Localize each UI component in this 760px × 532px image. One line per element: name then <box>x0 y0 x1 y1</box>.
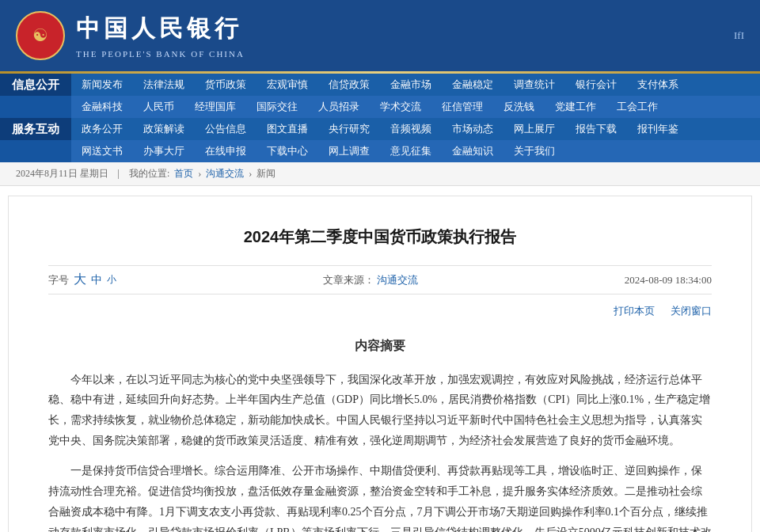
nav-items-row3: 政务公开 政策解读 公告信息 图文直播 央行研究 音频视频 市场动态 网上展厅 … <box>71 118 689 140</box>
nav-label-empty2 <box>0 140 71 162</box>
nav-item-aml[interactable]: 反洗钱 <box>493 96 545 118</box>
article-title: 2024年第二季度中国货币政策执行报告 <box>48 212 712 265</box>
nav-item-macro[interactable]: 宏观审慎 <box>256 74 318 96</box>
nav-item-treasury[interactable]: 经理国库 <box>184 96 246 118</box>
close-link[interactable]: 关闭窗口 <box>671 304 712 318</box>
logo-en-text: THE PEOPLE'S BANK OF CHINA <box>76 49 245 59</box>
nav-items-row4: 网送文书 办事大厅 在线申报 下载中心 网上调查 意见征集 金融知识 关于我们 <box>71 140 565 162</box>
breadcrumb-arrow2: › <box>249 168 252 180</box>
nav-row-2: 金融科技 人民币 经理国库 国际交往 人员招录 学术交流 征信管理 反洗钱 党建… <box>0 96 760 118</box>
nav-item-service-hall[interactable]: 办事大厅 <box>133 140 195 162</box>
nav-row-1: 信息公开 新闻发布 法律法规 货币政策 宏观审慎 信贷政策 金融市场 金融稳定 … <box>0 74 760 96</box>
paragraph-2: 一是保持货币信贷合理增长。综合运用降准、公开市场操作、中期借贷便利、再贷款再贴现… <box>48 461 712 532</box>
nav-item-apply[interactable]: 在线申报 <box>195 140 256 162</box>
nav-items-row1: 新闻发布 法律法规 货币政策 宏观审慎 信贷政策 金融市场 金融稳定 调查统计 … <box>71 74 689 96</box>
nav-item-online-hall[interactable]: 网上展厅 <box>504 118 565 140</box>
nav-item-graphic[interactable]: 图文直播 <box>256 118 318 140</box>
nav-item-fin-stable[interactable]: 金融稳定 <box>442 74 504 96</box>
nav-item-banking[interactable]: 银行会计 <box>565 74 627 96</box>
breadcrumb-home[interactable]: 首页 <box>174 167 193 180</box>
breadcrumb-arrow1: › <box>198 168 201 180</box>
nav-item-credit-mgmt[interactable]: 征信管理 <box>431 96 493 118</box>
logo-cn-text: 中国人民银行 <box>76 13 245 45</box>
action-row: 打印本页 关闭窗口 <box>48 301 712 326</box>
nav-item-recruit[interactable]: 人员招录 <box>308 96 370 118</box>
nav-label-fuwu: 服务互动 <box>0 118 71 140</box>
nav-item-payment[interactable]: 支付体系 <box>627 74 689 96</box>
article-source: 文章来源： 沟通交流 <box>323 273 418 287</box>
nav-item-report-dl[interactable]: 报告下载 <box>565 118 627 140</box>
nav-item-media[interactable]: 音频视频 <box>380 118 442 140</box>
nav-item-fin-know[interactable]: 金融知识 <box>442 140 504 162</box>
print-link[interactable]: 打印本页 <box>614 304 655 318</box>
breadcrumb-sep1: | <box>118 168 120 180</box>
nav-item-fin-market[interactable]: 金融市场 <box>380 74 442 96</box>
breadcrumb-date: 2024年8月11日 星期日 <box>16 167 108 180</box>
svg-text:☯: ☯ <box>32 25 48 45</box>
breadcrumb-bar: 2024年8月11日 星期日 | 我的位置: 首页 › 沟通交流 › 新闻 <box>0 162 760 186</box>
nav-item-download[interactable]: 下载中心 <box>256 140 318 162</box>
article-body: 内容摘要 今年以来，在以习近平同志为核心的党中央坚强领导下，我国深化改革开放，加… <box>48 334 712 532</box>
nav-items-row2: 金融科技 人民币 经理国库 国际交往 人员招录 学术交流 征信管理 反洗钱 党建… <box>71 96 668 118</box>
header: ☯ 中国人民银行 THE PEOPLE'S BANK OF CHINA IfI <box>0 0 760 71</box>
logo-area: ☯ 中国人民银行 THE PEOPLE'S BANK OF CHINA <box>16 11 245 60</box>
source-label: 文章来源： <box>323 274 374 286</box>
nav-item-feedback[interactable]: 意见征集 <box>380 140 442 162</box>
nav-item-survey[interactable]: 调查统计 <box>504 74 565 96</box>
nav-item-news[interactable]: 新闻发布 <box>71 74 133 96</box>
font-small-btn[interactable]: 小 <box>107 273 116 287</box>
nav-item-intl[interactable]: 国际交往 <box>246 96 308 118</box>
source-link[interactable]: 沟通交流 <box>377 274 418 286</box>
nav-item-research[interactable]: 央行研究 <box>318 118 380 140</box>
nav-item-party[interactable]: 党建工作 <box>545 96 606 118</box>
nav-item-survey2[interactable]: 网上调查 <box>318 140 380 162</box>
header-search-area: IfI <box>734 29 744 42</box>
nav-row-3: 服务互动 政务公开 政策解读 公告信息 图文直播 央行研究 音频视频 市场动态 … <box>0 118 760 140</box>
paragraph-1: 今年以来，在以习近平同志为核心的党中央坚强领导下，我国深化改革开放，加强宏观调控… <box>48 370 712 452</box>
nav-item-about[interactable]: 关于我们 <box>504 140 565 162</box>
nav-item-monetary[interactable]: 货币政策 <box>195 74 256 96</box>
nav-item-notice[interactable]: 公告信息 <box>195 118 256 140</box>
meta-row: 字号 大 中 小 文章来源： 沟通交流 2024-08-09 18:34:00 <box>48 265 712 294</box>
font-large-btn[interactable]: 大 <box>74 272 86 288</box>
nav-item-law[interactable]: 法律法规 <box>133 74 195 96</box>
nav-item-yearbook[interactable]: 报刊年鉴 <box>627 118 689 140</box>
nav-row-4: 网送文书 办事大厅 在线申报 下载中心 网上调查 意见征集 金融知识 关于我们 <box>0 140 760 162</box>
font-size-controls: 字号 大 中 小 <box>48 272 116 288</box>
nav-item-market-dyn[interactable]: 市场动态 <box>442 118 504 140</box>
nav-label-xinxi: 信息公开 <box>0 74 71 96</box>
font-medium-btn[interactable]: 中 <box>91 273 102 287</box>
nav-item-policy[interactable]: 政策解读 <box>133 118 195 140</box>
nav-item-academic[interactable]: 学术交流 <box>370 96 431 118</box>
nav-label-empty1 <box>0 96 71 118</box>
nav-item-credit[interactable]: 信贷政策 <box>318 74 380 96</box>
breadcrumb-current: 新闻 <box>256 167 276 180</box>
pboc-emblem-icon: ☯ <box>16 11 65 60</box>
nav-item-gov[interactable]: 政务公开 <box>71 118 133 140</box>
article-date: 2024-08-09 18:34:00 <box>625 274 712 287</box>
breadcrumb-comm[interactable]: 沟通交流 <box>206 167 244 180</box>
nav-item-fintech[interactable]: 金融科技 <box>71 96 133 118</box>
logo-text: 中国人民银行 THE PEOPLE'S BANK OF CHINA <box>76 13 245 59</box>
nav-item-rmb[interactable]: 人民币 <box>133 96 184 118</box>
font-label: 字号 <box>48 273 69 287</box>
content-wrapper: 2024年第二季度中国货币政策执行报告 字号 大 中 小 文章来源： 沟通交流 … <box>8 196 752 532</box>
breadcrumb-location-label: 我的位置: <box>129 167 169 180</box>
section-title: 内容摘要 <box>48 334 712 358</box>
nav-item-union[interactable]: 工会工作 <box>606 96 668 118</box>
nav-item-send-doc[interactable]: 网送文书 <box>71 140 133 162</box>
